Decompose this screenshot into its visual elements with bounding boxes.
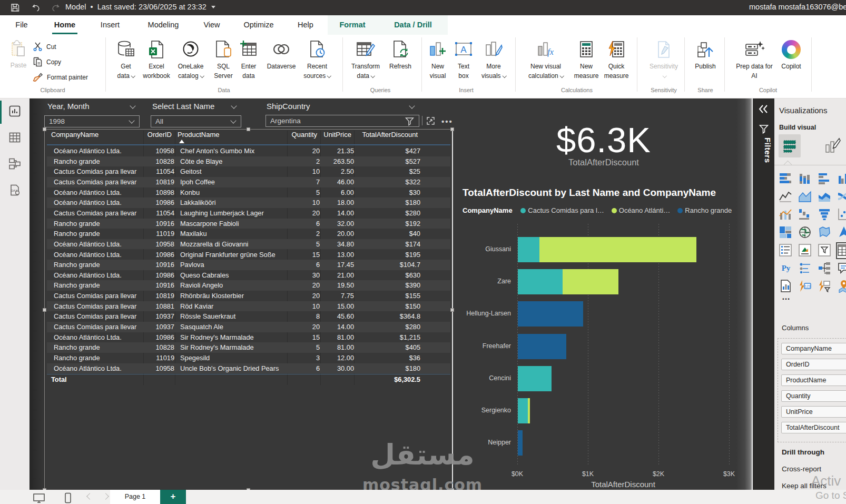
visual-type-line-chart[interactable]: [779, 190, 793, 204]
account-info[interactable]: mostafa mostafa163076@be: [749, 3, 846, 11]
field-pill-orderid[interactable]: OrderID: [781, 359, 846, 370]
more-visual-types[interactable]: …: [782, 292, 791, 302]
visual-type-treemap[interactable]: [779, 225, 793, 240]
table-row[interactable]: Cactus Comidas para llevar10881Röd Kavia…: [47, 301, 450, 312]
filters-icon[interactable]: [759, 124, 769, 134]
table-row[interactable]: Rancho grande10916Ravioli Angelo2019.50$…: [47, 280, 450, 291]
visual-type-funnel-chart[interactable]: [818, 207, 832, 222]
save-icon[interactable]: [11, 3, 19, 12]
previous-page-icon[interactable]: [86, 493, 93, 500]
mobile-layout-icon[interactable]: [64, 492, 72, 503]
tab-help[interactable]: Help: [295, 15, 316, 35]
table-row[interactable]: Rancho grande11019Spegesild312.00$36: [47, 353, 450, 363]
bar-segment[interactable]: [518, 237, 539, 262]
visual-type-kpi[interactable]: [798, 243, 813, 258]
visual-type-paginated-report[interactable]: [779, 279, 793, 294]
table-row[interactable]: Rancho grande11019Maxilaku220.00$40: [47, 229, 450, 239]
paste-button[interactable]: Paste: [6, 40, 31, 70]
legend-item[interactable]: Cactus Comidas para l…: [520, 206, 604, 214]
visual-type-arcgis-map[interactable]: [837, 279, 846, 294]
report-view-icon[interactable]: [8, 105, 21, 117]
transform-data-button[interactable]: Transform data: [347, 40, 385, 80]
tab-optimize[interactable]: Optimize: [240, 15, 277, 35]
excel-workbook-button[interactable]: Excel workbook: [140, 40, 173, 80]
table-row[interactable]: Cactus Comidas para llevar10937Rössle Sa…: [47, 311, 450, 322]
visual-type-power-automate[interactable]: [818, 279, 832, 294]
bar-segment[interactable]: [518, 366, 552, 391]
table-row[interactable]: Cactus Comidas para llevar10819Ipoh Coff…: [47, 177, 450, 187]
visual-type-python-visual[interactable]: Py: [779, 261, 793, 276]
slicer-year-month-dropdown-icon[interactable]: [129, 117, 134, 123]
field-pill-unitprice[interactable]: UnitPrice: [781, 406, 846, 418]
tab-insert[interactable]: Insert: [97, 15, 123, 35]
tab-data-drill[interactable]: Data / Drill: [388, 15, 438, 35]
card-visual-value[interactable]: $6.3K: [493, 120, 714, 160]
table-row[interactable]: Rancho grande10916Mascarpone Fabioli632.…: [47, 219, 450, 229]
bar-segment[interactable]: [539, 237, 696, 262]
slicer-ship-country-collapse-icon[interactable]: [409, 103, 415, 108]
table-row[interactable]: Océano Atlántico Ltda.10986Original Fran…: [47, 250, 450, 260]
column-header-unitprice[interactable]: UnitPrice: [299, 131, 351, 139]
desktop-layout-icon[interactable]: [33, 493, 45, 503]
recent-sources-button[interactable]: Recent sources: [301, 40, 333, 80]
visual-type-filled-map[interactable]: [818, 225, 832, 240]
new-visual-button[interactable]: New visual: [425, 40, 451, 80]
prep-data-for-ai-button[interactable]: Prep data for AI: [731, 40, 778, 80]
format-visual-mode-button[interactable]: [825, 137, 841, 154]
document-title[interactable]: Model • Last saved: 23/06/2025 at 23:32: [65, 3, 215, 11]
visual-type-qa-visual[interactable]: [837, 261, 846, 276]
tab-modeling[interactable]: Modeling: [143, 15, 183, 35]
build-visual-mode-button[interactable]: [779, 134, 801, 157]
table-row[interactable]: Cactus Comidas para llevar11054Laughing …: [47, 208, 450, 219]
column-header-companyname[interactable]: CompanyName: [51, 131, 99, 139]
next-page-icon[interactable]: [102, 493, 109, 500]
table-visual[interactable]: CompanyName OrderID ProductName Quantity…: [44, 129, 452, 490]
legend-item[interactable]: Océano Atlánti…: [612, 206, 671, 214]
resize-handle[interactable]: [43, 127, 46, 131]
dataverse-button[interactable]: Dataverse: [262, 40, 300, 71]
slicer-last-name-dropdown[interactable]: All: [151, 115, 241, 127]
undo-icon[interactable]: [32, 3, 41, 12]
focus-mode-icon[interactable]: [426, 116, 435, 125]
refresh-button[interactable]: Refresh: [387, 40, 414, 71]
visual-type-stacked-area-chart[interactable]: [818, 190, 832, 204]
bar-segment[interactable]: [528, 398, 530, 423]
sql-server-button[interactable]: SQL Server: [210, 40, 237, 80]
slicer-year-month-collapse-icon[interactable]: [130, 103, 135, 108]
table-row[interactable]: Cactus Comidas para llevar10937Sasquatch…: [47, 322, 450, 332]
table-row[interactable]: Océano Atlántico Ltda.10986Lakkalikööri1…: [47, 197, 450, 208]
copilot-button[interactable]: Copilot: [776, 40, 806, 71]
visual-type-map[interactable]: [798, 225, 813, 240]
sensitivity-button[interactable]: Sensitivity: [644, 40, 684, 80]
visual-type-ribbon-chart[interactable]: [837, 190, 846, 204]
field-pill-companyname[interactable]: CompanyName: [781, 343, 846, 354]
resize-handle[interactable]: [43, 308, 46, 312]
legend-item[interactable]: Rancho grande: [677, 206, 732, 214]
table-row[interactable]: Rancho grande10916Pavlova617.45$104.7: [47, 260, 450, 270]
resize-handle[interactable]: [247, 127, 250, 131]
copy-button[interactable]: Copy: [33, 57, 61, 68]
cut-button[interactable]: Cut: [33, 42, 56, 53]
redo-icon[interactable]: [51, 3, 60, 12]
visual-type-key-influencers[interactable]: [798, 261, 813, 276]
table-row[interactable]: Océano Atlántico Ltda.10986Sir Rodney's …: [47, 332, 450, 343]
bar-segment[interactable]: [518, 269, 563, 294]
table-row[interactable]: Rancho grande10828Côte de Blaye2263.50$5…: [47, 156, 450, 167]
table-row[interactable]: Océano Atlántico Ltda.10958Uncle Bob's O…: [47, 363, 450, 374]
text-box-button[interactable]: A Text box: [452, 40, 475, 80]
column-header-productname[interactable]: ProductName: [178, 131, 219, 139]
new-measure-button[interactable]: New measure: [571, 40, 602, 80]
table-row[interactable]: Océano Atlántico Ltda.10958Chef Anton's …: [47, 146, 450, 156]
visual-type-waterfall-chart[interactable]: [798, 207, 813, 222]
table-row[interactable]: Rancho grande10828Sir Rodney's Marmalade…: [47, 342, 450, 353]
column-header-totalafterdiscount[interactable]: TotalAfterDiscount: [359, 131, 418, 139]
visual-type-slicer[interactable]: [818, 243, 832, 258]
more-visuals-button[interactable]: More visuals: [477, 40, 510, 80]
field-pill-totalafterdiscount[interactable]: TotalAfterDiscount: [781, 422, 846, 433]
visual-type-area-chart[interactable]: [798, 190, 813, 204]
tab-home[interactable]: Home: [52, 15, 78, 35]
onelake-catalog-button[interactable]: OneLake catalog: [174, 40, 208, 80]
field-pill-productname[interactable]: ProductName: [781, 374, 846, 386]
table-view-icon[interactable]: [8, 131, 21, 144]
table-row[interactable]: Océano Atlántico Ltda.10898Konbu56.00$30: [47, 187, 450, 198]
